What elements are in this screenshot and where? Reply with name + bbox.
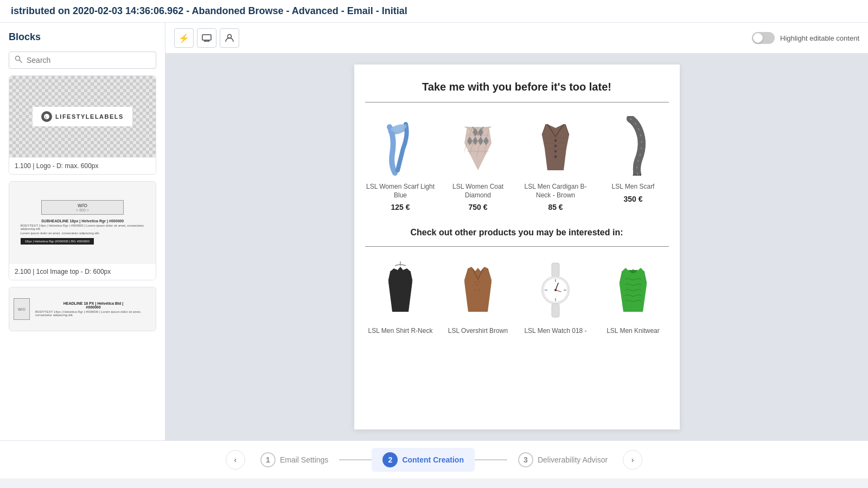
product-image-6 bbox=[443, 258, 514, 323]
svg-line-1 bbox=[20, 60, 22, 62]
svg-point-24 bbox=[554, 139, 557, 142]
products-grid-1: LSL Women Scarf Light Blue 125 € bbox=[365, 113, 669, 211]
product-image-5 bbox=[365, 258, 436, 323]
email-section1-title: Take me with you before it's too late! bbox=[365, 81, 669, 93]
nav-step-1-number: 1 bbox=[260, 452, 276, 467]
search-input[interactable] bbox=[27, 56, 150, 65]
product-image-3 bbox=[520, 113, 591, 178]
product-item-2: LSL Women Coat Diamond 750 € bbox=[443, 113, 514, 211]
block2-content: W/O < 600 > SUBHEADLINE 18px | Helvetica… bbox=[9, 182, 156, 263]
product-name-3: LSL Men Cardigan B-Neck - Brown bbox=[520, 183, 591, 200]
nav-step-2-number: 2 bbox=[382, 452, 398, 467]
wo-placeholder: W/O < 600 > bbox=[41, 200, 124, 215]
product-item-5: LSL Men Shirt R-Neck bbox=[365, 258, 436, 339]
nav-step-1-label: Email Settings bbox=[280, 455, 328, 464]
block-label-1col: 2.100 | 1col Image top - D: 600px bbox=[9, 263, 156, 280]
nav-step-2-label: Content Creation bbox=[402, 455, 464, 464]
product-name-5: LSL Men Shirt R-Neck bbox=[365, 327, 436, 336]
svg-rect-4 bbox=[202, 35, 211, 40]
product-name-4: LSL Men Scarf bbox=[598, 183, 669, 191]
product-image-7 bbox=[520, 258, 591, 323]
svg-point-25 bbox=[554, 145, 557, 147]
search-box[interactable] bbox=[9, 52, 156, 69]
top-bar-text: istributed on 2020-02-03 14:36:06.962 - … bbox=[11, 5, 407, 16]
nav-step-2[interactable]: 2 Content Creation bbox=[372, 448, 475, 472]
nav-step-3[interactable]: 3 Deliverability Advisor bbox=[507, 447, 618, 473]
nav-connector-2 bbox=[475, 459, 507, 460]
product-item-8: LSL Men Knitwear bbox=[598, 258, 669, 339]
nav-connector-1 bbox=[339, 459, 372, 460]
product-image-4 bbox=[598, 113, 669, 178]
sidebar-title: Blocks bbox=[9, 31, 156, 43]
top-bar: istributed on 2020-02-03 14:36:06.962 - … bbox=[0, 0, 868, 23]
product-image-2 bbox=[443, 113, 514, 178]
product-item-1: LSL Women Scarf Light Blue 125 € bbox=[365, 113, 436, 211]
svg-point-43 bbox=[478, 290, 480, 291]
next-arrow[interactable]: › bbox=[623, 450, 642, 470]
nav-step-3-number: 3 bbox=[518, 452, 533, 467]
product-image-1 bbox=[365, 113, 436, 178]
sidebar: Blocks L LIFESTYLELABELS bbox=[0, 23, 165, 440]
block-label-logo: 1.100 | Logo - D: max. 600px bbox=[9, 157, 156, 174]
svg-rect-54 bbox=[552, 304, 559, 317]
svg-point-41 bbox=[478, 281, 480, 282]
svg-point-53 bbox=[554, 289, 557, 291]
email-divider-2 bbox=[365, 246, 669, 247]
svg-point-27 bbox=[554, 156, 557, 158]
checkered-bg: L LIFESTYLELABELS bbox=[9, 76, 156, 157]
user-button[interactable] bbox=[220, 28, 239, 48]
svg-text:L: L bbox=[45, 115, 47, 119]
product-image-8 bbox=[598, 258, 669, 323]
toolbar-right: Highlight editable content bbox=[752, 32, 859, 44]
toolbar-left: ⚡ bbox=[174, 28, 239, 48]
block-preview-logo: L LIFESTYLELABELS bbox=[9, 76, 156, 157]
lightning-button[interactable]: ⚡ bbox=[174, 28, 194, 48]
block3-content: W/O HEADLINE 18 PX | Helvetica Bld |#000… bbox=[9, 287, 156, 331]
toolbar: ⚡ bbox=[165, 23, 868, 54]
product-item-4: LSL Men Scarf 350 € bbox=[598, 113, 669, 211]
search-icon bbox=[15, 55, 22, 65]
product-item-6: LSL Overshirt Brown bbox=[443, 258, 514, 339]
product-price-4: 350 € bbox=[598, 195, 669, 203]
block-card-logo[interactable]: L LIFESTYLELABELS 1.100 | Logo - D: max.… bbox=[9, 75, 156, 175]
main-layout: Blocks L LIFESTYLELABELS bbox=[0, 23, 868, 440]
nav-step-1[interactable]: 1 Email Settings bbox=[250, 447, 339, 473]
bottom-nav: ‹ 1 Email Settings 2 Content Creation 3 … bbox=[0, 440, 868, 478]
b3-image-placeholder: W/O bbox=[14, 298, 30, 320]
block-preview-1col: W/O < 600 > SUBHEADLINE 18px | Helvetica… bbox=[9, 182, 156, 263]
desktop-button[interactable] bbox=[197, 28, 216, 48]
product-name-2: LSL Women Coat Diamond bbox=[443, 183, 514, 200]
prev-arrow[interactable]: ‹ bbox=[226, 450, 245, 470]
email-preview[interactable]: Take me with you before it's too late! bbox=[165, 54, 868, 440]
block-card-2col[interactable]: W/O HEADLINE 18 PX | Helvetica Bld |#000… bbox=[9, 287, 156, 331]
content-area: ⚡ bbox=[165, 23, 868, 440]
email-container: Take me with you before it's too late! bbox=[354, 65, 680, 429]
b3-text: HEADLINE 18 PX | Helvetica Bld |#000000 … bbox=[35, 301, 151, 317]
svg-point-40 bbox=[476, 284, 477, 285]
highlight-label: Highlight editable content bbox=[780, 34, 859, 42]
products-grid-2: LSL Men Shirt R-Neck bbox=[365, 258, 669, 339]
email-section2-title: Check out other products you may be inte… bbox=[365, 228, 669, 237]
product-price-2: 750 € bbox=[443, 203, 514, 211]
toggle-knob bbox=[753, 33, 763, 43]
block-card-1col[interactable]: W/O < 600 > SUBHEADLINE 18px | Helvetica… bbox=[9, 181, 156, 280]
logo-text: LIFESTYLELABELS bbox=[55, 113, 124, 120]
product-name-1: LSL Women Scarf Light Blue bbox=[365, 183, 436, 200]
product-item-7: LSL Men Watch 018 - bbox=[520, 258, 591, 339]
svg-point-39 bbox=[475, 281, 476, 282]
product-item-3: LSL Men Cardigan B-Neck - Brown 85 € bbox=[520, 113, 591, 211]
svg-point-42 bbox=[475, 290, 476, 291]
nav-step-3-label: Deliverability Advisor bbox=[538, 455, 608, 464]
highlight-toggle[interactable] bbox=[752, 32, 775, 44]
nav-steps: 1 Email Settings 2 Content Creation 3 De… bbox=[250, 447, 618, 473]
block-preview-2col: W/O HEADLINE 18 PX | Helvetica Bld |#000… bbox=[9, 287, 156, 331]
logo-inner: L LIFESTYLELABELS bbox=[33, 107, 132, 126]
svg-rect-44 bbox=[552, 263, 559, 277]
product-name-6: LSL Overshirt Brown bbox=[443, 327, 514, 336]
svg-point-26 bbox=[554, 150, 557, 153]
email-divider-1 bbox=[365, 102, 669, 102]
logo-circle: L bbox=[41, 111, 52, 122]
product-name-7: LSL Men Watch 018 - bbox=[520, 327, 591, 336]
product-price-3: 85 € bbox=[520, 203, 591, 211]
product-name-8: LSL Men Knitwear bbox=[598, 327, 669, 336]
